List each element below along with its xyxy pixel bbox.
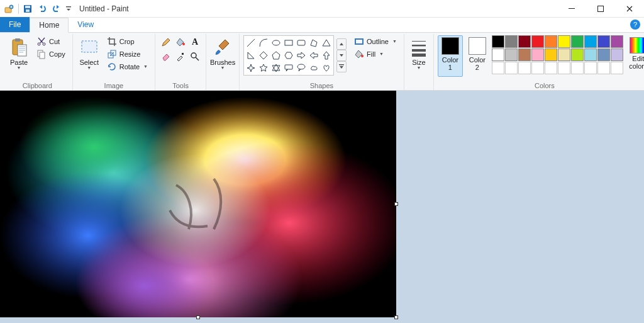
color-swatch[interactable]	[545, 35, 557, 48]
save-button[interactable]	[21, 2, 35, 16]
group-label-shapes: Shapes	[310, 81, 333, 90]
color-swatch[interactable]	[518, 35, 531, 48]
group-label-colors: Colors	[535, 81, 555, 90]
color-swatch[interactable]	[611, 48, 623, 61]
color-swatch[interactable]	[531, 35, 544, 48]
eraser-tool[interactable]	[159, 50, 173, 64]
resize-button[interactable]: Resize	[104, 48, 151, 60]
shape-arrow-u[interactable]	[320, 49, 333, 62]
color-swatch[interactable]	[518, 48, 531, 61]
cut-button[interactable]: Cut	[33, 35, 69, 48]
shape-arrow-l[interactable]	[308, 49, 320, 62]
qat-customize-button[interactable]	[64, 2, 73, 16]
shape-callout-oval[interactable]	[295, 62, 308, 74]
close-button[interactable]	[615, 0, 644, 18]
color-swatch[interactable]	[545, 48, 557, 61]
shape-right-tri[interactable]	[245, 49, 257, 62]
text-tool[interactable]: A	[188, 35, 202, 49]
app-icon[interactable]	[3, 2, 16, 16]
shape-star4[interactable]	[245, 62, 257, 74]
color-swatch[interactable]	[505, 62, 518, 74]
file-tab[interactable]: File	[0, 17, 30, 32]
shapes-gallery[interactable]	[243, 35, 334, 76]
shapes-expand[interactable]	[336, 61, 347, 72]
shape-line[interactable]	[245, 37, 257, 49]
shapes-scroll-up[interactable]	[336, 38, 347, 50]
color-swatch[interactable]	[531, 62, 544, 74]
color-picker-tool[interactable]	[174, 50, 187, 64]
shape-triangle[interactable]	[320, 37, 333, 49]
color-swatch[interactable]	[505, 48, 518, 61]
shape-callout-rect[interactable]	[282, 62, 295, 74]
shape-callout-cloud[interactable]	[308, 62, 320, 74]
canvas-image[interactable]	[0, 91, 396, 317]
svg-point-22	[272, 40, 280, 45]
shape-pentagon[interactable]	[270, 49, 282, 62]
color-swatch[interactable]	[571, 62, 584, 74]
color-swatch[interactable]	[505, 35, 518, 48]
redo-button[interactable]	[50, 2, 64, 16]
edit-colors-button[interactable]: Edit colors	[625, 35, 644, 77]
color-swatch[interactable]	[492, 48, 504, 61]
shape-star6[interactable]	[270, 62, 282, 74]
shape-diamond[interactable]	[257, 49, 270, 62]
color-swatch[interactable]	[558, 48, 570, 61]
shape-oval[interactable]	[270, 37, 282, 49]
color-swatch[interactable]	[558, 62, 570, 74]
color-swatch[interactable]	[597, 62, 610, 74]
color-swatch[interactable]	[584, 35, 597, 48]
magnifier-tool[interactable]	[188, 50, 202, 64]
separator	[18, 4, 19, 14]
crop-icon	[107, 37, 117, 47]
pencil-tool[interactable]	[159, 35, 173, 49]
color2-button[interactable]: Color 2	[465, 35, 490, 77]
color-swatch[interactable]	[611, 35, 623, 48]
help-button[interactable]: ?	[630, 20, 640, 30]
shape-polygon[interactable]	[308, 37, 320, 49]
color-swatch[interactable]	[518, 62, 531, 74]
color-swatch[interactable]	[584, 48, 597, 61]
select-button[interactable]: Select ▼	[77, 35, 102, 77]
paste-button[interactable]: Paste ▼	[6, 35, 31, 77]
svg-point-21	[191, 53, 196, 58]
shape-heart[interactable]	[320, 62, 333, 74]
resize-handle-se[interactable]	[394, 315, 398, 319]
color-swatch[interactable]	[492, 35, 504, 48]
brushes-button[interactable]: Brushes ▼	[210, 35, 235, 77]
color-swatch[interactable]	[584, 62, 597, 74]
shape-curve[interactable]	[257, 37, 270, 49]
shape-roundrect[interactable]	[295, 37, 308, 49]
color-swatch[interactable]	[597, 35, 610, 48]
rotate-button[interactable]: Rotate ▼	[104, 60, 151, 73]
outline-button[interactable]: Outline ▼	[351, 35, 400, 48]
crop-button[interactable]: Crop	[104, 35, 151, 48]
view-tab[interactable]: View	[69, 17, 103, 32]
shape-arrow-r[interactable]	[295, 49, 308, 62]
resize-handle-s[interactable]	[196, 315, 200, 319]
color-swatch[interactable]	[611, 62, 623, 74]
undo-button[interactable]	[35, 2, 49, 16]
resize-handle-e[interactable]	[394, 202, 398, 206]
shape-star5[interactable]	[257, 62, 270, 74]
color-swatch[interactable]	[597, 48, 610, 61]
color-swatch[interactable]	[558, 35, 570, 48]
shape-rect[interactable]	[282, 37, 295, 49]
home-tab[interactable]: Home	[30, 18, 69, 33]
fill-tool[interactable]	[174, 35, 187, 49]
copy-label: Copy	[49, 50, 65, 58]
shape-hexagon[interactable]	[282, 49, 295, 62]
group-brushes: Brushes ▼ .	[206, 34, 240, 90]
size-button[interactable]: Size ▼	[408, 35, 430, 77]
color-swatch[interactable]	[571, 35, 584, 48]
maximize-button[interactable]	[586, 0, 615, 18]
color-swatch[interactable]	[531, 48, 544, 61]
minimize-button[interactable]	[557, 0, 586, 18]
color1-button[interactable]: Color 1	[438, 35, 463, 77]
shapes-scroll-down[interactable]	[336, 50, 347, 61]
fill-button[interactable]: Fill ▼	[351, 48, 400, 60]
color-swatch[interactable]	[492, 62, 504, 74]
copy-button[interactable]: Copy	[33, 48, 69, 60]
color-swatch[interactable]	[571, 48, 584, 61]
canvas-area[interactable]	[0, 91, 644, 323]
color-swatch[interactable]	[545, 62, 557, 74]
